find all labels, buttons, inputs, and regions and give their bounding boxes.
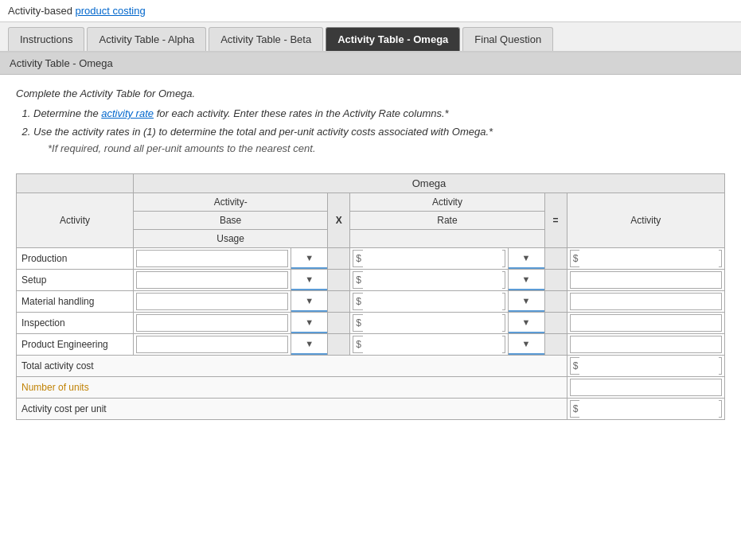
setup-usage-input-cell bbox=[134, 270, 291, 291]
inspection-rate-dropdown[interactable]: ▼ bbox=[509, 313, 544, 333]
material-usage-input[interactable] bbox=[136, 293, 288, 310]
number-of-units-row: Number of units bbox=[17, 377, 725, 399]
material-rate-dropdown[interactable]: ▼ bbox=[509, 291, 544, 312]
proeng-rate-input[interactable] bbox=[363, 336, 501, 353]
total-activity-cost-label: Total activity cost bbox=[17, 356, 567, 377]
production-usage-input-cell bbox=[134, 248, 291, 270]
proeng-cost-input[interactable] bbox=[570, 336, 722, 353]
material-cost-input[interactable] bbox=[570, 293, 722, 310]
table-row: Product Engineering ▼ $ bbox=[17, 334, 725, 356]
eq-cell-inspection bbox=[544, 313, 567, 334]
production-rate-dropdown-cell: ▼ bbox=[508, 248, 544, 270]
inspection-cost-input[interactable] bbox=[570, 314, 722, 332]
product-engineering-label: Product Engineering bbox=[17, 334, 134, 356]
activity-base-header: Activity- bbox=[134, 193, 328, 212]
material-rate-dollar: $ bbox=[356, 296, 361, 307]
inspection-cost-input-cell bbox=[567, 313, 724, 334]
setup-rate-input-cell: $ bbox=[350, 270, 508, 291]
inspection-rate-dropdown-cell: ▼ bbox=[508, 313, 544, 334]
inspection-rate-input[interactable] bbox=[363, 314, 501, 332]
activity-table-section: Omega Activity Activity- X Activity = Ac… bbox=[16, 173, 725, 420]
setup-rate-dropdown[interactable]: ▼ bbox=[509, 270, 544, 290]
inspection-usage-input[interactable] bbox=[136, 314, 288, 332]
tab-final[interactable]: Final Question bbox=[462, 27, 553, 51]
omega-label: Omega bbox=[134, 174, 725, 193]
production-cost-input-cell: $ bbox=[567, 248, 724, 270]
rate-dollar-header bbox=[350, 230, 544, 248]
production-cost-dollar: $ bbox=[573, 253, 579, 264]
instruction-item-2: Use the activity rates in (1) to determi… bbox=[33, 126, 725, 138]
proeng-usage-dropdown-cell: ▼ bbox=[291, 334, 328, 356]
proeng-usage-input-cell bbox=[134, 334, 291, 356]
inspection-rate-input-cell: $ bbox=[350, 313, 508, 334]
eq-empty: = bbox=[544, 193, 567, 248]
tab-omega[interactable]: Activity Table - Omega bbox=[326, 27, 460, 51]
material-usage-input-cell bbox=[134, 291, 291, 313]
material-usage-dropdown[interactable]: ▼ bbox=[291, 291, 327, 312]
production-usage-input[interactable] bbox=[136, 250, 288, 267]
production-rate-dollar: $ bbox=[356, 253, 361, 264]
activity-cost-per-unit-input[interactable] bbox=[579, 400, 719, 418]
setup-usage-dropdown-cell: ▼ bbox=[291, 270, 328, 291]
eq-cell-material bbox=[544, 291, 567, 313]
tab-alpha[interactable]: Activity Table - Alpha bbox=[87, 27, 206, 51]
rate-header: Rate bbox=[350, 212, 544, 230]
total-cost-dollar: $ bbox=[573, 360, 579, 371]
instructions-note: *If required, round all per-unit amounts… bbox=[16, 142, 725, 154]
material-rate-input-cell: $ bbox=[350, 291, 508, 313]
tab-instructions[interactable]: Instructions bbox=[8, 27, 84, 51]
proeng-cost-input-cell bbox=[567, 334, 724, 356]
proeng-usage-dropdown[interactable]: ▼ bbox=[291, 334, 327, 355]
usage-header: Usage bbox=[134, 230, 328, 248]
setup-cost-input[interactable] bbox=[570, 271, 722, 289]
total-activity-cost-row: Total activity cost $ bbox=[17, 356, 725, 377]
table-row: Material handling ▼ $ bbox=[17, 291, 725, 313]
x-cell-setup bbox=[328, 270, 350, 291]
proeng-usage-input[interactable] bbox=[136, 336, 288, 353]
setup-rate-dollar: $ bbox=[356, 274, 361, 286]
setup-label: Setup bbox=[17, 270, 134, 291]
tab-beta[interactable]: Activity Table - Beta bbox=[209, 27, 323, 51]
per-unit-dollar: $ bbox=[573, 403, 579, 414]
table-row: Setup ▼ $ ▼ bbox=[17, 270, 725, 291]
production-cost-input[interactable] bbox=[579, 250, 719, 267]
number-of-units-input-cell bbox=[567, 377, 724, 399]
x-cell-production bbox=[328, 248, 350, 270]
total-activity-cost-input[interactable] bbox=[579, 357, 719, 375]
production-rate-input[interactable] bbox=[363, 250, 501, 267]
x-cell-inspection bbox=[328, 313, 350, 334]
inspection-usage-input-cell bbox=[134, 313, 291, 334]
inspection-label: Inspection bbox=[17, 313, 134, 334]
setup-cost-input-cell bbox=[567, 270, 724, 291]
product-costing-link[interactable]: product costing bbox=[76, 5, 146, 17]
section-header: Activity Table - Omega bbox=[0, 52, 741, 75]
number-of-units-input[interactable] bbox=[570, 379, 722, 396]
activity-rate-link[interactable]: activity rate bbox=[101, 107, 154, 119]
material-usage-dropdown-cell: ▼ bbox=[291, 291, 328, 313]
activity-table: Omega Activity Activity- X Activity = Ac… bbox=[16, 173, 725, 420]
empty-top-left bbox=[17, 174, 134, 193]
material-rate-input[interactable] bbox=[363, 293, 501, 310]
material-rate-dropdown-cell: ▼ bbox=[508, 291, 544, 313]
setup-rate-input[interactable] bbox=[363, 271, 501, 289]
base-header: Base bbox=[134, 212, 328, 230]
production-usage-dropdown[interactable]: ▼ bbox=[291, 248, 327, 269]
material-cost-input-cell bbox=[567, 291, 724, 313]
total-activity-cost-input-cell: $ bbox=[567, 356, 724, 377]
material-handling-label: Material handling bbox=[17, 291, 134, 313]
activity-cost-per-unit-input-cell: $ bbox=[567, 399, 724, 420]
table-row: Production ▼ $ ▼ bbox=[17, 248, 725, 270]
instruction-item-1: Determine the activity rate for each act… bbox=[33, 107, 725, 119]
x-cell-material bbox=[328, 291, 350, 313]
proeng-rate-dropdown[interactable]: ▼ bbox=[509, 334, 544, 355]
production-usage-dropdown-cell: ▼ bbox=[291, 248, 328, 270]
inspection-usage-dropdown[interactable]: ▼ bbox=[291, 313, 327, 333]
activity-col-header: Activity bbox=[17, 193, 134, 248]
setup-usage-input[interactable] bbox=[136, 271, 288, 289]
setup-usage-dropdown[interactable]: ▼ bbox=[291, 270, 327, 290]
activity-rate-header: Activity bbox=[350, 193, 544, 212]
x-cell-proeng bbox=[328, 334, 350, 356]
production-rate-dropdown[interactable]: ▼ bbox=[509, 248, 544, 269]
omega-header-row: Omega bbox=[17, 174, 725, 193]
instructions-block: Complete the Activity Table for Omega. D… bbox=[16, 88, 725, 154]
